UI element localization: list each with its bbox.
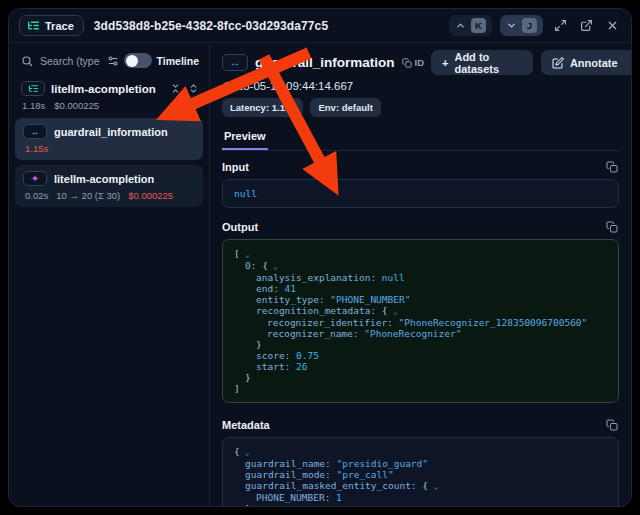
root-latency: 1.18s [22,100,45,111]
json-token: start: [256,361,296,372]
trace-detail-window: Trace 3dd538d8-b25e-4382-8fcc-03d293da77… [8,8,632,507]
item-cost: $0.000225 [128,190,173,201]
metadata-section-title: Metadata [222,419,270,431]
copy-icon [402,58,412,68]
json-token: ] [234,383,240,394]
span-timestamp: 2025-05-16 09:44:14.667 [222,75,619,92]
json-token: "PHONE_NUMBER" [330,294,410,305]
keycap-k: K [471,18,486,33]
json-token: analysis_explanation: [256,272,382,283]
tree-root-label: litellm-acompletion [51,83,164,95]
collapse-toggle-icon[interactable]: ⌄ [428,481,438,491]
close-icon [606,19,619,32]
json-token: end: [256,283,285,294]
metadata-json-viewer: { ⌄guardrail_name: "presidio_guard"guard… [222,437,619,507]
maximize-icon [554,19,567,32]
close-button[interactable] [603,17,621,35]
copy-icon [606,221,618,233]
tree-item-label: guardrail_information [54,126,168,138]
timeline-toggle-label: Timeline [157,55,199,67]
add-to-datasets-button[interactable]: + Add to datasets [431,50,533,75]
item-tokens: 10 → 20 (Σ 30) [56,190,120,201]
json-token: 0.75 [296,350,319,361]
tree-item-litellm-acompletion[interactable]: ✦ litellm-acompletion 0.02s 10 → 20 (Σ 3… [15,165,203,207]
plus-icon: + [442,57,448,69]
json-token: } [256,339,262,350]
search-input[interactable] [38,54,102,68]
expand-all-icon[interactable] [188,83,199,94]
timeline-toggle[interactable] [124,53,152,68]
json-token: guardrail_name: [245,458,337,469]
edit-pencil-icon [552,57,564,69]
json-token: } [245,372,251,383]
tab-preview[interactable]: Preview [222,125,268,150]
json-token: entity_type: [256,294,330,305]
generation-type-icon: ✦ [23,171,47,186]
list-tree-icon [28,83,39,94]
filter-settings-icon[interactable] [107,55,119,67]
input-null-value: null [234,188,257,199]
detail-tabs: Preview [222,125,619,151]
next-trace-button[interactable]: J [500,15,543,36]
input-json-viewer: null [222,179,619,208]
span-detail-panel: ↔ guardrail_information ID + Add to data… [210,43,631,506]
top-bar: Trace 3dd538d8-b25e-4382-8fcc-03d293da77… [9,9,631,43]
chevron-up-icon [455,20,466,31]
json-token: 0: [245,260,262,271]
input-section-title: Input [222,161,249,173]
annotate-split-button: Annotate [541,50,632,75]
latency-badge: Latency: 1.15s [222,98,303,117]
generation-sparkle-icon: ✦ [31,173,39,184]
json-token: PHONE_NUMBER: [256,492,336,503]
json-token: guardrail_mode: [245,469,337,480]
json-token: recognizer_identifier: [267,317,399,328]
output-json-viewer: [ ⌄0: { ⌄analysis_explanation: nullend: … [222,239,619,403]
annotate-label: Annotate [570,57,618,69]
json-token: "presidio_guard" [337,458,429,469]
tree-root-item[interactable]: litellm-acompletion [15,75,203,97]
open-external-button[interactable] [577,17,595,35]
collapse-toggle-icon[interactable]: ⌄ [240,249,250,259]
trace-id: 3dd538d8-b25e-4382-8fcc-03d293da77c5 [94,19,328,33]
item-latency: 1.15s [25,143,48,154]
collapse-all-icon[interactable] [170,83,181,94]
collapse-toggle-icon[interactable]: ⌄ [240,447,250,457]
json-token: 41 [285,283,296,294]
span-arrow-icon: ↔ [230,57,240,68]
annotate-button[interactable]: Annotate [541,50,629,75]
collapse-toggle-icon[interactable]: ⌄ [268,261,278,271]
json-token: score: [256,350,296,361]
json-token: null [382,272,405,283]
list-tree-icon [27,19,40,32]
tree-item-guardrail-information[interactable]: ↔ guardrail_information 1.15s [15,118,203,160]
prev-trace-button[interactable]: K [449,15,492,36]
copy-metadata-button[interactable] [605,418,619,432]
chevron-down-icon [506,20,517,31]
collapse-toggle-icon[interactable]: ⌄ [388,306,398,316]
copy-icon [606,419,618,431]
add-to-datasets-label: Add to datasets [454,51,521,75]
search-icon [21,55,33,67]
json-token: } [245,503,251,507]
env-badge: Env: default [310,98,380,117]
json-token: recognizer_name: [267,328,364,339]
annotate-dropdown-button[interactable] [629,50,632,75]
json-token: guardrail_masked_entity_count: [245,480,422,491]
copy-input-button[interactable] [605,160,619,174]
copy-icon [606,161,618,173]
json-token: recognition_metadata: [256,305,382,316]
span-type-icon: ↔ [222,54,248,71]
copy-id-button[interactable]: ID [402,57,425,68]
expand-fullscreen-button[interactable] [551,17,569,35]
json-token: 26 [296,361,307,372]
json-token: "PhoneRecognizer_128350096700560" [399,317,588,328]
root-cost: $0.000225 [54,100,99,111]
id-label: ID [415,57,425,68]
external-link-icon [580,19,593,32]
span-title: guardrail_information [255,55,395,70]
toggle-knob [126,55,138,67]
trace-tree-sidebar: Timeline litellm-acompletion 1.18s $0.00… [9,43,210,506]
trace-type-badge: Trace [19,15,84,36]
span-type-icon: ↔ [23,124,47,139]
copy-output-button[interactable] [605,220,619,234]
